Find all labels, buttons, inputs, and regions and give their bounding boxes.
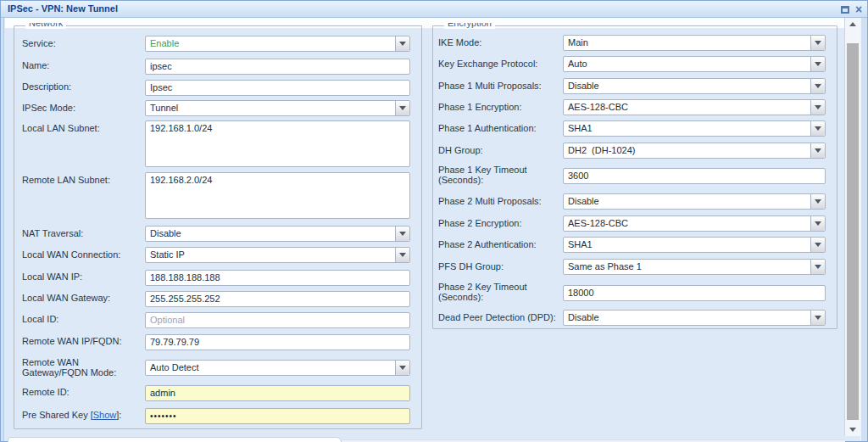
partial-bottom-panel <box>8 437 342 442</box>
phase1-key-timeout-row: Phase 1 Key Timeout (Seconds): <box>433 167 837 183</box>
phase1-authentication-label: Phase 1 Authentication: <box>438 123 563 133</box>
key-exchange-protocol-select[interactable]: Auto <box>563 56 826 72</box>
dh-group-select[interactable]: DH2 (DH-1024) <box>563 143 826 159</box>
local-id-label: Local ID: <box>22 314 142 324</box>
ike-mode-select[interactable]: Main <box>563 35 826 51</box>
scroll-up-button[interactable] <box>845 22 860 26</box>
phase2-key-timeout-label: Phase 2 Key Timeout (Seconds): <box>438 282 563 302</box>
restore-icon <box>841 6 849 14</box>
dpd-label: Dead Peer Detection (DPD): <box>438 312 563 322</box>
pre-shared-key-input[interactable] <box>145 408 410 424</box>
local-lan-subnet-textarea[interactable]: 192.168.1.0/24 <box>145 120 410 167</box>
nat-traversal-label: NAT Traversal: <box>22 228 142 238</box>
phase2-encryption-dropdown-trigger[interactable] <box>810 216 825 231</box>
window-buttons: × <box>839 3 865 15</box>
close-icon: × <box>855 4 862 14</box>
phase2-key-timeout-input[interactable] <box>563 285 826 301</box>
remote-wan-gateway-mode-row: Remote WAN Gateway/FQDN Mode: Auto Detec… <box>14 360 421 376</box>
phase2-encryption-value: AES-128-CBC <box>568 218 628 228</box>
phase1-encryption-dropdown-trigger[interactable] <box>810 100 825 115</box>
nat-traversal-dropdown-trigger[interactable] <box>395 227 409 241</box>
remote-wan-gateway-mode-select[interactable]: Auto Detect <box>145 360 410 376</box>
phase1-multi-proposals-value: Disable <box>568 81 599 91</box>
dialog-title: IPSec - VPN: New Tunnel <box>8 3 118 14</box>
dh-group-value: DH2 (DH-1024) <box>568 145 635 155</box>
dpd-select[interactable]: Disable <box>563 310 826 326</box>
phase1-multi-proposals-dropdown-trigger[interactable] <box>810 79 825 93</box>
phase1-encryption-label: Phase 1 Encryption: <box>438 102 563 112</box>
pfs-dh-group-row: PFS DH Group: Same as Phase 1 <box>433 259 837 275</box>
chevron-down-icon <box>399 366 406 370</box>
phase1-authentication-dropdown-trigger[interactable] <box>810 121 825 136</box>
phase1-key-timeout-label: Phase 1 Key Timeout (Seconds): <box>438 165 563 185</box>
phase2-encryption-select[interactable]: AES-128-CBC <box>563 215 826 232</box>
phase2-multi-proposals-select[interactable]: Disable <box>563 193 826 210</box>
chevron-down-icon <box>815 265 821 269</box>
local-wan-gateway-input[interactable] <box>145 291 410 307</box>
remote-lan-subnet-row: Remote LAN Subnet: 192.168.2.0/24 <box>14 172 421 219</box>
phase1-multi-proposals-row: Phase 1 Multi Proposals: Disable <box>433 78 837 94</box>
ipsec-mode-select[interactable]: Tunnel <box>145 100 410 116</box>
remote-wan-ip-label: Remote WAN IP/FQDN: <box>22 336 142 346</box>
arrow-down-icon <box>849 428 856 432</box>
key-exchange-protocol-value: Auto <box>568 59 587 69</box>
name-row: Name: <box>14 58 421 74</box>
dpd-dropdown-trigger[interactable] <box>810 311 825 325</box>
local-lan-subnet-row: Local LAN Subnet: 192.168.1.0/24 <box>14 120 421 167</box>
chevron-down-icon <box>815 84 821 88</box>
pre-shared-key-row: Pre Shared Key [Show]: <box>14 407 421 423</box>
name-input[interactable] <box>145 59 410 75</box>
chevron-down-icon <box>815 243 821 247</box>
remote-id-input[interactable] <box>145 385 410 401</box>
restore-button[interactable] <box>839 3 851 15</box>
ike-mode-label: IKE Mode: <box>438 37 563 48</box>
dialog-window: IPSec - VPN: New Tunnel × Network Servic… <box>0 0 868 442</box>
show-psk-link[interactable]: Show <box>93 410 117 420</box>
phase1-authentication-select[interactable]: SHA1 <box>563 120 826 137</box>
scrollbar-thumb[interactable] <box>847 43 859 420</box>
local-wan-connection-dropdown-trigger[interactable] <box>395 248 409 262</box>
phase1-key-timeout-input[interactable] <box>563 168 826 184</box>
local-id-input[interactable] <box>145 312 410 328</box>
local-wan-ip-label: Local WAN IP: <box>22 271 142 282</box>
dh-group-dropdown-trigger[interactable] <box>810 143 825 158</box>
form-viewport: Network Service: Enable Name: Descriptio… <box>5 18 845 435</box>
chevron-down-icon <box>815 41 821 45</box>
phase2-multi-proposals-dropdown-trigger[interactable] <box>810 194 825 209</box>
phase1-authentication-row: Phase 1 Authentication: SHA1 <box>433 120 837 137</box>
nat-traversal-row: NAT Traversal: Disable <box>14 226 421 242</box>
dpd-row: Dead Peer Detection (DPD): Disable <box>433 310 837 326</box>
service-select[interactable]: Enable <box>145 36 410 52</box>
dialog-titlebar[interactable]: IPSec - VPN: New Tunnel × <box>1 1 867 18</box>
local-wan-connection-select[interactable]: Static IP <box>145 247 410 263</box>
key-exchange-protocol-dropdown-trigger[interactable] <box>810 57 825 71</box>
local-wan-ip-input[interactable] <box>145 270 410 286</box>
phase1-multi-proposals-label: Phase 1 Multi Proposals: <box>438 81 563 91</box>
ike-mode-dropdown-trigger[interactable] <box>810 36 825 50</box>
chevron-down-icon <box>399 232 406 236</box>
chevron-down-icon <box>815 221 821 226</box>
remote-wan-gateway-mode-dropdown-trigger[interactable] <box>395 361 409 375</box>
nat-traversal-select[interactable]: Disable <box>145 226 410 242</box>
description-input[interactable] <box>145 80 410 96</box>
window-frame-right <box>860 18 867 441</box>
remote-wan-ip-input[interactable] <box>145 334 410 350</box>
phase2-multi-proposals-value: Disable <box>568 196 599 206</box>
scroll-down-button[interactable] <box>845 428 860 432</box>
remote-lan-subnet-textarea[interactable]: 192.168.2.0/24 <box>145 172 410 219</box>
service-dropdown-trigger[interactable] <box>395 36 409 51</box>
chevron-down-icon <box>815 316 821 320</box>
ipsec-mode-dropdown-trigger[interactable] <box>395 101 409 115</box>
phase1-multi-proposals-select[interactable]: Disable <box>563 78 826 94</box>
vertical-scrollbar[interactable] <box>844 18 860 436</box>
pfs-dh-group-select[interactable]: Same as Phase 1 <box>563 259 826 275</box>
description-label: Description: <box>22 81 142 92</box>
phase1-encryption-select[interactable]: AES-128-CBC <box>563 99 826 115</box>
phase1-encryption-row: Phase 1 Encryption: AES-128-CBC <box>433 99 837 115</box>
close-button[interactable]: × <box>853 3 865 15</box>
phase2-authentication-dropdown-trigger[interactable] <box>810 238 825 252</box>
phase2-authentication-select[interactable]: SHA1 <box>563 237 826 253</box>
pfs-dh-group-dropdown-trigger[interactable] <box>810 260 825 274</box>
chevron-down-icon <box>815 105 821 109</box>
local-wan-gateway-row: Local WAN Gateway: <box>14 290 421 306</box>
